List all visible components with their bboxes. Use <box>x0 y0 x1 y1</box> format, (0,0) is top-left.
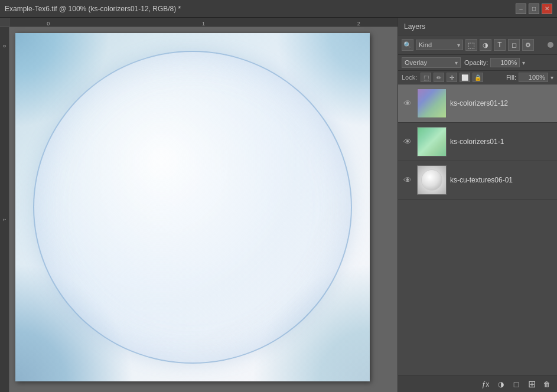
filter-type-chevron <box>457 41 460 48</box>
lock-transparency-icon[interactable]: ⬚ <box>421 73 431 82</box>
filter-type-icon[interactable]: T <box>494 39 506 51</box>
adjustment-layer-icon[interactable]: ◑ <box>494 378 507 391</box>
layer-item[interactable]: 👁 ks-colorizers01-12 <box>398 84 557 123</box>
canvas-image <box>15 33 370 381</box>
lock-all-icon[interactable]: 🔒 <box>473 73 483 82</box>
fill-label: Fill: <box>506 74 516 81</box>
fill-input[interactable]: 100% <box>519 73 548 82</box>
close-button[interactable]: ✕ <box>542 4 552 14</box>
lock-label: Lock: <box>402 74 417 81</box>
canvas-circle <box>33 51 352 364</box>
thumb-texture <box>418 166 446 194</box>
blend-mode-bar: Overlay Opacity: 100% <box>398 55 557 71</box>
lock-fill-bar: Lock: ⬚ ✏ ✛ ⬜ 🔒 Fill: 100% <box>398 71 557 84</box>
title-controls: – □ ✕ <box>516 4 552 14</box>
ruler-mark: 0 <box>9 21 87 27</box>
filter-type-dropdown[interactable]: Kind <box>416 40 463 50</box>
ruler-marks-top: 0 1 2 <box>9 21 398 27</box>
layer-name: ks-colorizers01-12 <box>450 99 508 107</box>
layers-list[interactable]: 👁 ks-colorizers01-12 👁 ks-colorizers01-1… <box>398 84 557 375</box>
fill-row: Fill: 100% <box>506 73 553 82</box>
layer-thumbnail <box>417 89 447 118</box>
minimize-button[interactable]: – <box>516 4 526 14</box>
thumb-colorizer2 <box>418 128 446 156</box>
main-layout: 0 1 2 0 1 <box>0 18 557 392</box>
layer-thumbnail <box>417 165 447 195</box>
ruler-mark <box>87 21 164 27</box>
canvas-frame <box>15 33 370 381</box>
filter-pixel-icon[interactable]: ⬚ <box>465 39 477 51</box>
layer-name: ks-cu-textures06-01 <box>450 176 513 184</box>
lock-icons: ⬚ ✏ ✛ ⬜ 🔒 <box>421 73 483 82</box>
ruler-top: 0 1 2 <box>0 18 398 27</box>
filter-shape-icon[interactable]: ◻ <box>508 39 520 51</box>
layer-item[interactable]: 👁 ks-cu-textures06-01 <box>398 161 557 200</box>
filter-smart-icon[interactable]: ⚙ <box>522 39 534 51</box>
blend-mode-label: Overlay <box>405 59 427 66</box>
search-icon[interactable]: 🔍 <box>402 39 413 51</box>
ruler-mark: 2 <box>320 21 398 27</box>
new-layer-icon[interactable]: ⊞ <box>525 378 538 391</box>
ruler-mark-v: 1 <box>2 218 7 392</box>
blend-mode-chevron <box>455 59 458 66</box>
fill-value: 100% <box>529 74 545 81</box>
fx-icon[interactable]: ƒx <box>479 378 492 391</box>
opacity-value: 100% <box>500 59 517 66</box>
title-bar: Example-Tex6.tif @ 100% (ks-colorizers01… <box>0 0 557 18</box>
layers-bottom: ƒx ◑ □ ⊞ 🗑 <box>398 375 557 392</box>
layer-visibility-toggle[interactable]: 👁 <box>402 137 413 146</box>
blend-mode-dropdown[interactable]: Overlay <box>402 57 461 68</box>
opacity-label: Opacity: <box>464 59 488 66</box>
ruler-mark <box>242 21 320 27</box>
group-layer-icon[interactable]: □ <box>510 378 523 391</box>
opacity-row: Opacity: 100% <box>464 58 525 67</box>
layer-name: ks-colorizers01-1 <box>450 138 504 146</box>
canvas-area: 0 1 2 0 1 <box>0 18 398 392</box>
filter-adjust-icon[interactable]: ◑ <box>480 39 491 51</box>
opacity-chevron <box>522 59 525 66</box>
ruler-mark: 1 <box>165 21 242 27</box>
layer-visibility-toggle[interactable]: 👁 <box>402 99 413 108</box>
filter-type-label: Kind <box>419 41 432 48</box>
opacity-input[interactable]: 100% <box>490 58 520 67</box>
filter-status-dot <box>548 42 553 48</box>
maximize-button[interactable]: □ <box>529 4 539 14</box>
canvas-scroll[interactable] <box>9 27 398 392</box>
thumb-colorizer1 <box>418 89 446 117</box>
ruler-corner <box>0 18 9 27</box>
thumb-texture-circle <box>421 169 442 191</box>
layers-panel: Layers 🔍 Kind ⬚ ◑ T ◻ ⚙ Overlay Opacity: <box>398 18 557 392</box>
layer-visibility-toggle[interactable]: 👁 <box>402 175 413 185</box>
lock-paint-icon[interactable]: ✏ <box>434 73 444 82</box>
ruler-mark-v: 0 <box>2 27 7 218</box>
layer-thumbnail <box>417 127 447 156</box>
layers-title: Layers <box>404 22 425 31</box>
layer-item[interactable]: 👁 ks-colorizers01-1 <box>398 123 557 161</box>
ruler-left: 0 1 <box>0 27 9 392</box>
title-text: Example-Tex6.tif @ 100% (ks-colorizers01… <box>5 5 181 13</box>
canvas-with-ruler: 0 1 <box>0 27 398 392</box>
lock-move-icon[interactable]: ✛ <box>447 73 457 82</box>
layers-filter-bar: 🔍 Kind ⬚ ◑ T ◻ ⚙ <box>398 35 557 55</box>
delete-layer-icon[interactable]: 🗑 <box>540 378 553 391</box>
fill-chevron <box>551 74 553 81</box>
layers-header: Layers <box>398 18 557 35</box>
lock-artboard-icon[interactable]: ⬜ <box>460 73 470 82</box>
